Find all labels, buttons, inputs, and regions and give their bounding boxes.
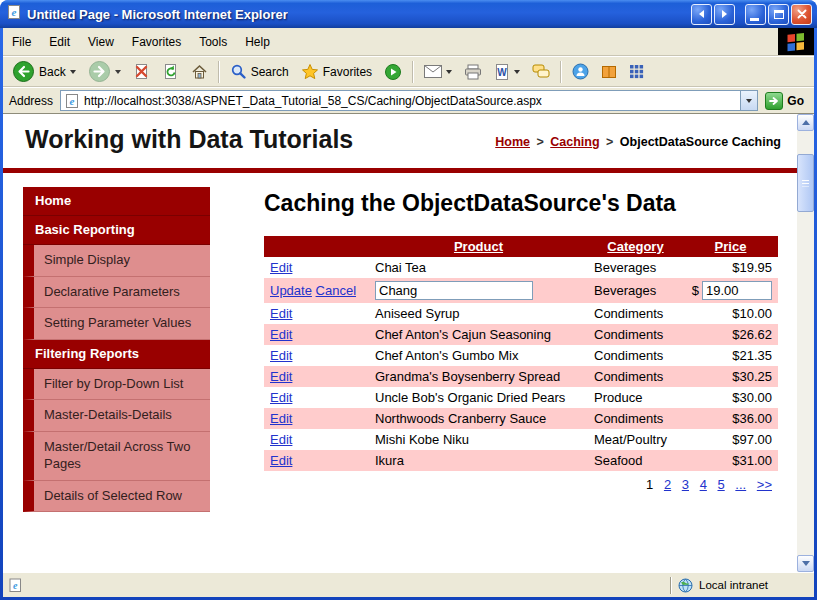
pager-ellipsis-link[interactable]: ...	[735, 477, 746, 492]
edit-link[interactable]: Edit	[270, 306, 292, 321]
media-button[interactable]	[379, 61, 407, 83]
address-input[interactable]: e http://localhost:3038/ASPNET_Data_Tuto…	[60, 90, 758, 111]
menu-view[interactable]: View	[79, 30, 123, 54]
toolbar-separator	[412, 61, 414, 83]
menu-edit[interactable]: Edit	[40, 30, 79, 54]
menu-favorites[interactable]: Favorites	[123, 30, 190, 54]
mail-button[interactable]	[419, 63, 457, 80]
edit-with-word-button[interactable]: W	[489, 62, 525, 82]
cancel-link[interactable]: Cancel	[316, 283, 356, 298]
pager-page-4-link[interactable]: 4	[700, 477, 707, 492]
price-cell: $26.62	[683, 324, 778, 345]
grid-header-actions	[264, 236, 369, 257]
home-button[interactable]	[186, 61, 213, 82]
stop-icon	[133, 63, 150, 80]
go-label: Go	[787, 94, 804, 108]
edit-link[interactable]: Edit	[270, 411, 292, 426]
category-cell: Beverages	[588, 257, 683, 278]
menu-file[interactable]: File	[3, 30, 40, 54]
site-title: Working with Data Tutorials	[25, 125, 353, 154]
sidebar-item-simple-display[interactable]: Simple Display	[23, 245, 210, 277]
messenger-button[interactable]	[567, 61, 594, 82]
forward-button[interactable]	[83, 58, 126, 85]
sidebar-item-details-of-selected-row[interactable]: Details of Selected Row	[23, 481, 210, 513]
sidebar-item-home[interactable]: Home	[23, 187, 210, 216]
edit-link[interactable]: Edit	[270, 260, 292, 275]
messenger-icon	[572, 63, 589, 80]
titlebar-extra-button-back[interactable]	[691, 4, 712, 25]
edit-link[interactable]: Edit	[270, 390, 292, 405]
svg-text:W: W	[497, 67, 507, 78]
sidebar-item-master-details-details[interactable]: Master-Details-Details	[23, 400, 210, 432]
maximize-button[interactable]	[768, 4, 789, 25]
edit-link[interactable]: Edit	[270, 369, 292, 384]
price-cell: $97.00	[683, 429, 778, 450]
favorites-star-icon	[301, 63, 319, 80]
product-cell: Northwoods Cranberry Sauce	[369, 408, 588, 429]
research-icon	[601, 64, 617, 80]
favorites-button[interactable]: Favorites	[296, 61, 377, 82]
close-button[interactable]	[791, 4, 812, 25]
menu-help[interactable]: Help	[236, 30, 279, 54]
quick-launch-button[interactable]	[624, 62, 649, 81]
menu-tools[interactable]: Tools	[190, 30, 236, 54]
edit-link[interactable]: Edit	[270, 453, 292, 468]
category-cell: Condiments	[588, 303, 683, 324]
right-arrow-icon	[722, 10, 727, 18]
scroll-down-button[interactable]	[797, 555, 814, 572]
titlebar-extra-button-forward[interactable]	[714, 4, 735, 25]
scrollbar-thumb[interactable]	[797, 154, 814, 212]
go-button[interactable]: Go	[763, 92, 810, 110]
search-button[interactable]: Search	[225, 61, 294, 82]
grid-header-product-sort-link[interactable]: Product	[454, 239, 503, 254]
svg-text:e: e	[12, 580, 17, 591]
scroll-up-button[interactable]	[797, 114, 814, 131]
vertical-scrollbar[interactable]	[797, 114, 814, 572]
breadcrumb-caching-link[interactable]: Caching	[550, 135, 599, 149]
stop-button[interactable]	[128, 61, 155, 82]
discuss-icon	[532, 64, 550, 79]
minimize-button[interactable]	[745, 4, 766, 25]
discuss-button[interactable]	[527, 62, 555, 81]
breadcrumb-current: ObjectDataSource Caching	[620, 135, 781, 149]
grid-header-category-sort-link[interactable]: Category	[607, 239, 663, 254]
sidebar-item-declarative-parameters[interactable]: Declarative Parameters	[23, 277, 210, 309]
refresh-button[interactable]	[157, 61, 184, 82]
table-row: Edit Ikura Seafood $31.00	[264, 450, 778, 471]
edit-link[interactable]: Edit	[270, 348, 292, 363]
edit-link[interactable]: Edit	[270, 327, 292, 342]
price-edit-input[interactable]	[702, 281, 772, 300]
product-cell: Aniseed Syrup	[369, 303, 588, 324]
category-cell: Produce	[588, 387, 683, 408]
print-button[interactable]	[459, 62, 487, 82]
update-link[interactable]: Update	[270, 283, 312, 298]
sidebar-item-basic-reporting[interactable]: Basic Reporting	[23, 216, 210, 245]
pager-page-5-link[interactable]: 5	[717, 477, 724, 492]
sidebar-item-filter-by-dropdown-list[interactable]: Filter by Drop-Down List	[23, 369, 210, 401]
security-zone-label: Local intranet	[699, 579, 768, 591]
research-button[interactable]	[596, 62, 622, 82]
sidebar-item-setting-parameter-values[interactable]: Setting Parameter Values	[23, 308, 210, 340]
product-edit-input[interactable]	[375, 281, 533, 300]
address-dropdown-button[interactable]	[740, 91, 757, 110]
edit-link[interactable]: Edit	[270, 432, 292, 447]
pager-last-link[interactable]: >>	[757, 477, 772, 492]
back-button[interactable]: Back	[7, 58, 81, 85]
price-cell: $19.95	[683, 257, 778, 278]
price-cell: $21.35	[683, 345, 778, 366]
product-cell: Chai Tea	[369, 257, 588, 278]
pager-page-3-link[interactable]: 3	[682, 477, 689, 492]
product-cell: Uncle Bob's Organic Dried Pears	[369, 387, 588, 408]
chevron-down-icon	[446, 70, 452, 74]
currency-label: $	[692, 283, 699, 298]
product-cell: Chef Anton's Gumbo Mix	[369, 345, 588, 366]
table-row: Edit Chef Anton's Gumbo Mix Condiments $…	[264, 345, 778, 366]
grid-header-price-sort-link[interactable]: Price	[715, 239, 747, 254]
grid-icon	[629, 64, 644, 79]
breadcrumb-home-link[interactable]: Home	[495, 135, 530, 149]
sidebar-item-master-detail-across-two-pages[interactable]: Master/Detail Across Two Pages	[23, 432, 210, 481]
category-cell: Seafood	[588, 450, 683, 471]
chevron-down-icon	[746, 99, 752, 103]
sidebar-item-filtering-reports[interactable]: Filtering Reports	[23, 340, 210, 369]
pager-page-2-link[interactable]: 2	[664, 477, 671, 492]
